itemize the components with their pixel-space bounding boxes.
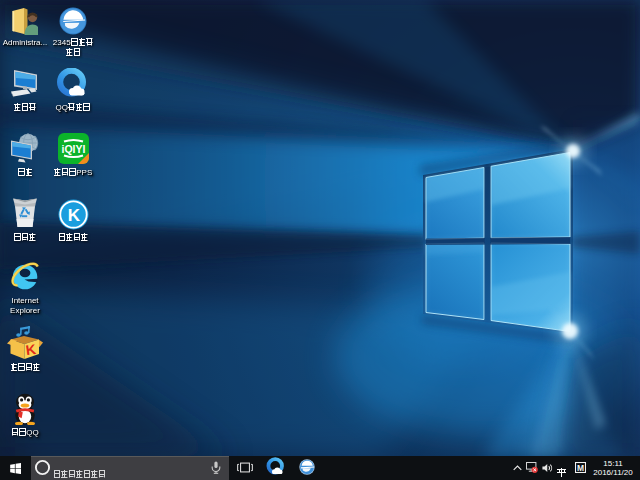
svg-text:M: M xyxy=(577,463,584,473)
svg-text:K: K xyxy=(67,206,80,225)
svg-text:iQIYI: iQIYI xyxy=(61,143,85,155)
